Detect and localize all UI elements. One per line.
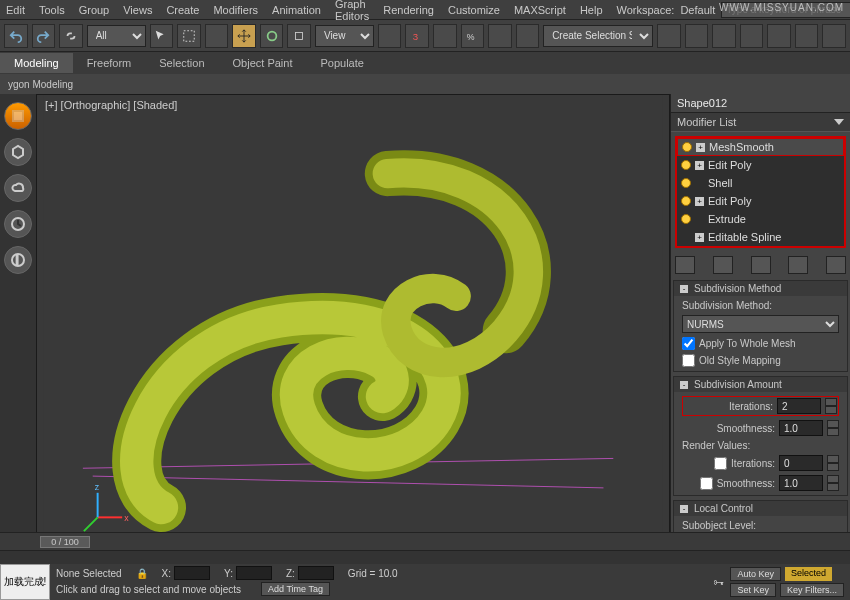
- tab-objectpaint[interactable]: Object Paint: [219, 53, 307, 73]
- layers-button[interactable]: [712, 24, 736, 48]
- coord-y-input[interactable]: [236, 566, 272, 580]
- spinner-snap-button[interactable]: [488, 24, 512, 48]
- angle-snap-button[interactable]: [433, 24, 457, 48]
- workspace-value[interactable]: Default: [680, 4, 715, 16]
- menu-modifiers[interactable]: Modifiers: [213, 4, 258, 16]
- bulb-icon[interactable]: [681, 214, 691, 224]
- bulb-icon[interactable]: [681, 178, 691, 188]
- stack-item-extrude[interactable]: Extrude: [677, 210, 844, 228]
- spinner-up-icon[interactable]: [827, 420, 839, 428]
- remove-modifier-button[interactable]: [788, 256, 808, 274]
- move-button[interactable]: [232, 24, 256, 48]
- time-cursor[interactable]: 0 / 100: [40, 536, 90, 548]
- menu-rendering[interactable]: Rendering: [383, 4, 434, 16]
- menu-maxscript[interactable]: MAXScript: [514, 4, 566, 16]
- render-smoothness-checkbox[interactable]: [700, 477, 713, 490]
- set-key-button[interactable]: Set Key: [730, 583, 776, 597]
- redo-button[interactable]: [32, 24, 56, 48]
- steering-wheel-icon[interactable]: [4, 102, 32, 130]
- iterations-spinner[interactable]: Iterations:: [682, 396, 839, 416]
- cloud-icon[interactable]: [4, 174, 32, 202]
- iterations-input[interactable]: [777, 398, 821, 414]
- spinner-up-icon[interactable]: [825, 398, 837, 406]
- refcoord-dropdown[interactable]: View: [315, 25, 374, 47]
- bulb-icon[interactable]: [681, 160, 691, 170]
- bulb-icon[interactable]: [681, 196, 691, 206]
- rotate-button[interactable]: [260, 24, 284, 48]
- menu-animation[interactable]: Animation: [272, 4, 321, 16]
- named-sel-button[interactable]: [516, 24, 540, 48]
- stack-item-editpoly[interactable]: +Edit Poly: [677, 156, 844, 174]
- expand-icon[interactable]: +: [695, 233, 704, 242]
- history-icon[interactable]: [4, 210, 32, 238]
- expand-icon[interactable]: +: [696, 143, 705, 152]
- select-rect-button[interactable]: [177, 24, 201, 48]
- info-icon[interactable]: i: [4, 246, 32, 274]
- curve-editor-button[interactable]: [740, 24, 764, 48]
- render-iterations-checkbox[interactable]: [714, 457, 727, 470]
- spinner-down-icon[interactable]: [827, 428, 839, 436]
- stack-item-shell[interactable]: Shell: [677, 174, 844, 192]
- stack-item-meshsmooth[interactable]: +MeshSmooth: [677, 138, 844, 156]
- align-button[interactable]: [685, 24, 709, 48]
- viewcube-icon[interactable]: [4, 138, 32, 166]
- select-button[interactable]: [150, 24, 174, 48]
- render-button[interactable]: [822, 24, 846, 48]
- spinner-down-icon[interactable]: [825, 406, 837, 414]
- render-iterations-spinner[interactable]: Iterations:: [682, 455, 839, 471]
- make-unique-button[interactable]: [751, 256, 771, 274]
- menu-help[interactable]: Help: [580, 4, 603, 16]
- undo-button[interactable]: [4, 24, 28, 48]
- bulb-icon[interactable]: [682, 142, 692, 152]
- mirror-button[interactable]: [657, 24, 681, 48]
- coord-z-input[interactable]: [298, 566, 334, 580]
- menu-create[interactable]: Create: [166, 4, 199, 16]
- filter-dropdown[interactable]: All: [87, 25, 146, 47]
- scale-button[interactable]: [287, 24, 311, 48]
- render-smoothness-spinner[interactable]: Smoothness:: [682, 475, 839, 491]
- menu-edit[interactable]: Edit: [6, 4, 25, 16]
- menu-views[interactable]: Views: [123, 4, 152, 16]
- menu-customize[interactable]: Customize: [448, 4, 500, 16]
- auto-key-button[interactable]: Auto Key: [730, 567, 781, 581]
- object-name-field[interactable]: Shape012: [671, 94, 850, 112]
- modifier-list-dropdown[interactable]: Modifier List: [671, 112, 850, 132]
- smoothness-input[interactable]: [779, 420, 823, 436]
- select-window-button[interactable]: [205, 24, 229, 48]
- percent-snap-button[interactable]: %: [461, 24, 485, 48]
- time-slider[interactable]: 0 / 100: [0, 532, 850, 550]
- rollout-header[interactable]: -Subdivision Amount: [674, 377, 847, 392]
- old-style-mapping-checkbox[interactable]: Old Style Mapping: [682, 354, 839, 367]
- material-editor-button[interactable]: [767, 24, 791, 48]
- tab-selection[interactable]: Selection: [145, 53, 218, 73]
- lock-icon[interactable]: 🔒: [136, 568, 148, 579]
- render-setup-button[interactable]: [795, 24, 819, 48]
- snap-button[interactable]: 3: [405, 24, 429, 48]
- apply-to-whole-mesh-checkbox[interactable]: Apply To Whole Mesh: [682, 337, 839, 350]
- viewport-label[interactable]: [+] [Orthographic] [Shaded]: [45, 99, 177, 111]
- pin-stack-button[interactable]: [675, 256, 695, 274]
- smoothness-spinner[interactable]: Smoothness:: [682, 420, 839, 436]
- tab-freeform[interactable]: Freeform: [73, 53, 146, 73]
- tab-populate[interactable]: Populate: [306, 53, 377, 73]
- add-time-tag-button[interactable]: Add Time Tag: [261, 582, 330, 596]
- render-iterations-input[interactable]: [779, 455, 823, 471]
- show-end-result-button[interactable]: [713, 256, 733, 274]
- named-selection-dropdown[interactable]: Create Selection Se: [543, 25, 653, 47]
- rollout-header[interactable]: -Local Control: [674, 501, 847, 516]
- expand-icon[interactable]: +: [695, 161, 704, 170]
- stack-item-editpoly2[interactable]: +Edit Poly: [677, 192, 844, 210]
- render-smoothness-input[interactable]: [779, 475, 823, 491]
- key-filters-button[interactable]: Key Filters...: [780, 583, 844, 597]
- configure-sets-button[interactable]: [826, 256, 846, 274]
- menu-group[interactable]: Group: [79, 4, 110, 16]
- viewport[interactable]: [+] [Orthographic] [Shaded] x z y: [36, 94, 670, 538]
- expand-icon[interactable]: +: [695, 197, 704, 206]
- menu-grapheditors[interactable]: Graph Editors: [335, 0, 369, 22]
- rollout-header[interactable]: -Subdivision Method: [674, 281, 847, 296]
- time-ruler[interactable]: [0, 550, 850, 564]
- subdivision-method-select[interactable]: NURMS: [682, 315, 839, 333]
- stack-item-editablespline[interactable]: +Editable Spline: [677, 228, 844, 246]
- pivot-button[interactable]: [378, 24, 402, 48]
- link-button[interactable]: [59, 24, 83, 48]
